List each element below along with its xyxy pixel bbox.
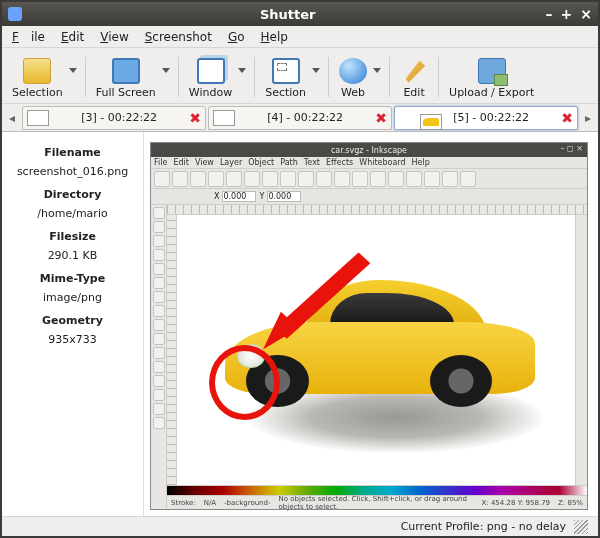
section-button[interactable]: Section xyxy=(261,56,310,101)
close-button[interactable]: × xyxy=(580,6,592,22)
tab-scroll-right[interactable]: ▸ xyxy=(580,106,596,130)
upload-export-button[interactable]: Upload / Export xyxy=(445,56,538,101)
selection-dropdown[interactable] xyxy=(69,66,77,74)
app-window: Shutter – + × File Edit View Screenshot … xyxy=(0,0,600,538)
layer-label: -background- xyxy=(224,499,270,507)
ink-menu-item: File xyxy=(154,158,167,167)
svg-line-0 xyxy=(280,258,364,334)
geometry-value: 935x733 xyxy=(8,333,137,346)
mimetype-value: image/png xyxy=(8,291,137,304)
ink-menu-item: Path xyxy=(280,158,298,167)
menu-edit[interactable]: Edit xyxy=(55,28,90,46)
selection-label: Selection xyxy=(12,86,63,99)
inkscape-window-buttons: – ◻ × xyxy=(561,144,583,153)
inkscape-statusbar: Stroke: N/A -background- No objects sele… xyxy=(167,495,587,509)
annotation-circle xyxy=(209,345,281,421)
menu-view[interactable]: View xyxy=(94,28,134,46)
tab-close-icon[interactable]: ✖ xyxy=(561,110,573,126)
preview-panel: car.svgz - Inkscape – ◻ × File Edit View… xyxy=(144,132,598,516)
inkscape-title: car.svgz - Inkscape xyxy=(331,146,407,155)
tab-label: [5] - 00:22:22 xyxy=(427,111,555,124)
filename-value: screenshot_016.png xyxy=(8,165,137,178)
tab-label: [4] - 00:22:22 xyxy=(241,111,369,124)
annotation-arrow xyxy=(257,247,376,355)
filesize-value: 290.1 KB xyxy=(8,249,137,262)
directory-value: /home/mario xyxy=(8,207,137,220)
tab-scroll-left[interactable]: ◂ xyxy=(4,106,20,130)
fullscreen-button[interactable]: Full Screen xyxy=(92,56,160,101)
menu-screenshot[interactable]: Screenshot xyxy=(139,28,218,46)
titlebar[interactable]: Shutter – + × xyxy=(2,2,598,26)
web-dropdown[interactable] xyxy=(373,66,381,74)
edit-button[interactable]: Edit xyxy=(396,56,432,101)
directory-heading: Directory xyxy=(8,188,137,201)
tab-thumb-icon xyxy=(27,110,49,126)
menu-file[interactable]: File xyxy=(6,28,51,46)
tab-4[interactable]: [4] - 00:22:22 ✖ xyxy=(208,106,392,130)
fill-na: N/A xyxy=(204,499,216,507)
ink-menu-item: Text xyxy=(304,158,320,167)
maximize-button[interactable]: + xyxy=(561,6,573,22)
web-button[interactable]: Web xyxy=(335,56,371,101)
ink-menu-item: Whiteboard xyxy=(359,158,405,167)
tab-thumb-icon xyxy=(213,110,235,126)
ruler-horizontal xyxy=(167,205,587,215)
scrollbar-vertical xyxy=(575,215,587,485)
fullscreen-icon xyxy=(112,58,140,84)
screenshot-image: car.svgz - Inkscape – ◻ × File Edit View… xyxy=(150,142,588,510)
color-palette xyxy=(167,485,587,495)
properties-panel: Filename screenshot_016.png Directory /h… xyxy=(2,132,144,516)
menubar: File Edit View Screenshot Go Help xyxy=(2,26,598,48)
section-label: Section xyxy=(265,86,306,99)
ink-menu-item: View xyxy=(195,158,214,167)
app-icon xyxy=(8,7,22,21)
tab-thumb-icon xyxy=(420,114,442,130)
geometry-heading: Geometry xyxy=(8,314,137,327)
separator xyxy=(389,57,390,97)
coord-x-field: 0.000 xyxy=(222,191,256,202)
tab-label: [3] - 00:22:22 xyxy=(55,111,183,124)
inkscape-menubar: File Edit View Layer Object Path Text Ef… xyxy=(151,157,587,169)
globe-icon xyxy=(339,58,367,84)
status-text: No objects selected. Click, Shift+click,… xyxy=(279,495,474,511)
profile-text: Current Profile: png - no delay xyxy=(401,520,566,533)
upload-export-label: Upload / Export xyxy=(449,86,534,99)
ink-menu-item: Help xyxy=(412,158,430,167)
content-area: Filename screenshot_016.png Directory /h… xyxy=(2,132,598,516)
resize-grip[interactable] xyxy=(574,520,588,534)
window-dropdown[interactable] xyxy=(238,66,246,74)
separator xyxy=(254,57,255,97)
separator xyxy=(85,57,86,97)
filename-heading: Filename xyxy=(8,146,137,159)
mimetype-heading: Mime-Type xyxy=(8,272,137,285)
tab-5[interactable]: [5] - 00:22:22 ✖ xyxy=(394,106,578,130)
window-button[interactable]: Window xyxy=(185,56,236,101)
pencil-icon xyxy=(400,58,428,84)
window-title: Shutter xyxy=(30,7,546,22)
window-label: Window xyxy=(189,86,232,99)
separator xyxy=(438,57,439,97)
tab-close-icon[interactable]: ✖ xyxy=(189,110,201,126)
ink-menu-item: Object xyxy=(248,158,274,167)
separator xyxy=(178,57,179,97)
selection-button[interactable]: Selection xyxy=(8,56,67,101)
filesize-heading: Filesize xyxy=(8,230,137,243)
menu-go[interactable]: Go xyxy=(222,28,251,46)
menu-help[interactable]: Help xyxy=(255,28,294,46)
fullscreen-dropdown[interactable] xyxy=(162,66,170,74)
window-icon xyxy=(197,58,225,84)
inkscape-titlebar: car.svgz - Inkscape – ◻ × xyxy=(151,143,587,157)
tab-3[interactable]: [3] - 00:22:22 ✖ xyxy=(22,106,206,130)
web-label: Web xyxy=(341,86,365,99)
separator xyxy=(328,57,329,97)
inkscape-canvas xyxy=(177,215,575,485)
upload-icon xyxy=(478,58,506,84)
tab-close-icon[interactable]: ✖ xyxy=(375,110,387,126)
main-toolbar: Selection Full Screen Window Section Web xyxy=(2,48,598,104)
inkscape-toolbox xyxy=(151,205,167,509)
inkscape-options-bar: X0.000 Y0.000 xyxy=(151,189,587,205)
ink-menu-item: Edit xyxy=(173,158,189,167)
inkscape-toolbar xyxy=(151,169,587,189)
minimize-button[interactable]: – xyxy=(546,6,553,22)
section-dropdown[interactable] xyxy=(312,66,320,74)
